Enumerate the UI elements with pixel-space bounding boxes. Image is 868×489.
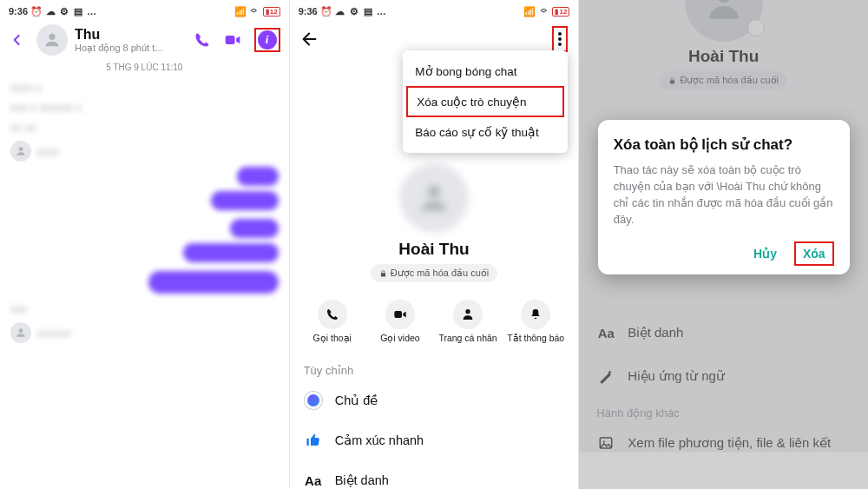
setting-reaction[interactable]: Cảm xúc nhanh: [290, 420, 579, 460]
action-video[interactable]: Gọi video: [366, 300, 434, 343]
section-customize: Tùy chỉnh: [290, 357, 579, 380]
globe-icon: ⚙: [59, 6, 69, 17]
more-icon: …: [87, 6, 96, 17]
blurred-message: xxxx: [36, 145, 71, 158]
signal-icon: 📶: [524, 6, 535, 17]
person-icon: [461, 307, 475, 321]
action-call[interactable]: Gọi thoại: [299, 300, 366, 343]
svg-point-2: [19, 147, 23, 151]
sender-avatar: [10, 141, 31, 162]
person-icon: [415, 179, 453, 217]
delete-button[interactable]: Xóa: [794, 241, 834, 266]
sender-avatar: [10, 322, 31, 343]
svg-point-7: [465, 309, 470, 314]
arrow-left-icon: [9, 31, 26, 49]
svg-point-3: [19, 328, 23, 333]
action-profile[interactable]: Trang cá nhân: [434, 300, 502, 343]
more-menu-button[interactable]: [556, 29, 564, 50]
menu-report-issue[interactable]: Báo cáo sự cố kỹ thuật: [403, 116, 568, 148]
sent-bubble: [237, 167, 279, 186]
wifi-icon: ⌔: [538, 6, 549, 17]
profile-avatar[interactable]: [399, 163, 469, 233]
dialog-body: Thao tác này sẽ xóa toàn bộ cuộc trò chu…: [614, 162, 834, 228]
chat-header: Thu Hoạt động 8 phút t... i: [0, 19, 289, 61]
panel-dialog: Hoài Thu Được mã hóa đầu cuối Aa Biệt da…: [578, 0, 868, 489]
cloud-icon: ☁: [45, 6, 56, 17]
sent-bubble: [183, 243, 279, 262]
phone-icon: [326, 307, 339, 321]
alarm-icon: ⏰: [31, 6, 42, 17]
video-icon: [392, 307, 408, 321]
blurred-message: xxx: [10, 302, 45, 315]
phone-icon: [194, 31, 211, 49]
battery-icon: ▮12: [263, 7, 280, 17]
status-bar: 9:36 ⏰ ☁ ⚙ ▤ … 📶 ⌔ ▮12: [290, 0, 579, 19]
svg-rect-5: [381, 273, 385, 276]
sent-bubble: [148, 271, 279, 294]
blurred-message: xxx x xxxxxx x: [10, 101, 89, 114]
profile-name: Hoài Thu: [290, 240, 579, 259]
delete-dialog: Xóa toàn bộ lịch sử chat? Thao tác này s…: [598, 120, 850, 274]
sent-bubble: [230, 219, 279, 238]
thumb-icon: [304, 431, 323, 450]
person-icon: [43, 30, 62, 50]
status-bar: 9:36 ⏰ ☁ ⚙ ▤ … 📶 ⌔ ▮12: [0, 0, 289, 19]
encryption-badge: Được mã hóa đầu cuối: [371, 264, 498, 282]
action-mute[interactable]: Tắt thông báo: [502, 300, 569, 343]
alarm-icon: ⏰: [321, 6, 332, 17]
contact-subtitle: Hoạt động 8 phút t...: [75, 43, 187, 54]
menu-button-highlight: [552, 26, 568, 52]
call-button[interactable]: [194, 31, 211, 49]
panel-chat: 9:36 ⏰ ☁ ⚙ ▤ … 📶 ⌔ ▮12 Thu Hoạt động 8 p…: [0, 0, 289, 489]
back-button[interactable]: [300, 30, 319, 49]
blurred-message: xxxx x: [10, 81, 54, 94]
blurred-message: xxxxxx: [36, 327, 89, 340]
text-icon: Aa: [304, 471, 323, 489]
setting-theme[interactable]: Chủ đề: [290, 380, 579, 420]
svg-rect-1: [225, 36, 234, 44]
chat-date-label: 5 THG 9 LÚC 11:10: [0, 63, 289, 72]
svg-rect-6: [394, 311, 402, 318]
wifi-icon: ⌔: [249, 6, 260, 17]
video-icon: [223, 31, 242, 49]
profile-block: Hoài Thu Được mã hóa đầu cuối: [290, 163, 579, 282]
dots-icon: [558, 32, 562, 36]
status-time: 9:36: [299, 6, 318, 17]
theme-icon: [305, 392, 322, 409]
cancel-button[interactable]: Hủy: [745, 241, 786, 266]
cloud-icon: ☁: [335, 6, 345, 17]
globe-icon: ⚙: [349, 6, 359, 17]
menu-open-bubble[interactable]: Mở bong bóng chat: [403, 56, 568, 87]
menu-delete-conversation[interactable]: Xóa cuộc trò chuyện: [406, 86, 564, 117]
msg-icon: ▤: [73, 6, 83, 17]
panel-profile-menu: 9:36 ⏰ ☁ ⚙ ▤ … 📶 ⌔ ▮12 Mở bong bóng chat…: [289, 0, 579, 489]
info-button[interactable]: i: [258, 30, 277, 50]
dialog-title: Xóa toàn bộ lịch sử chat?: [614, 135, 834, 154]
bell-icon: [529, 307, 542, 321]
battery-icon: ▮12: [552, 7, 569, 17]
action-row: Gọi thoại Gọi video Trang cá nhân Tắt th…: [299, 300, 570, 343]
signal-icon: 📶: [235, 6, 246, 17]
blurred-message: xx xx: [10, 121, 54, 134]
video-button[interactable]: [223, 31, 242, 49]
sent-bubble: [211, 191, 279, 210]
chat-title-block[interactable]: Thu Hoạt động 8 phút t...: [75, 27, 187, 54]
more-icon: …: [377, 6, 386, 17]
contact-avatar[interactable]: [36, 24, 68, 56]
dropdown-menu: Mở bong bóng chat Xóa cuộc trò chuyện Bá…: [403, 50, 568, 153]
setting-nickname[interactable]: Aa Biệt danh: [290, 460, 579, 489]
svg-point-4: [428, 185, 441, 198]
svg-point-0: [49, 34, 55, 40]
arrow-left-icon: [300, 30, 319, 49]
status-time: 9:36: [9, 6, 28, 17]
lock-icon: [379, 269, 387, 278]
contact-name: Thu: [75, 27, 187, 43]
msg-icon: ▤: [363, 6, 373, 17]
back-button[interactable]: [9, 31, 30, 49]
chat-body[interactable]: xxxx x xxx x xxxxxx x xx xx xxxx xxx xxx…: [0, 72, 289, 350]
info-button-highlight: i: [254, 28, 280, 52]
